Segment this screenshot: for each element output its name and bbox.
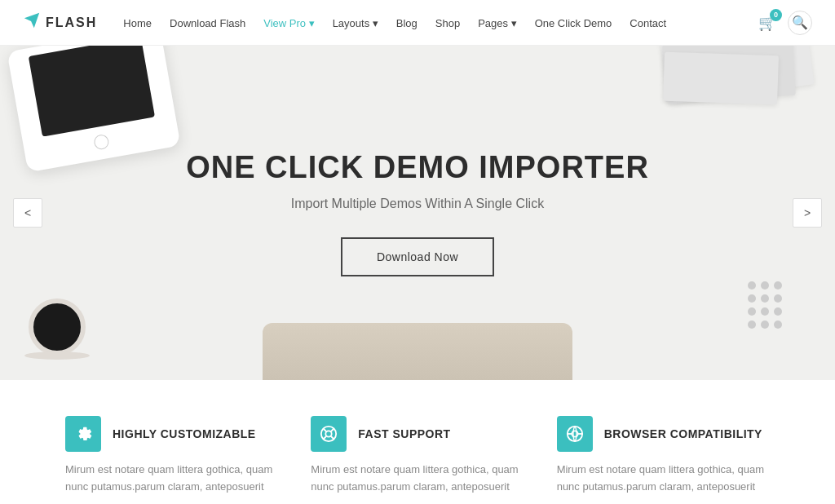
browser-title: BROWSER COMPATIBILITY [604, 427, 762, 440]
svg-point-1 [326, 431, 332, 436]
support-desc: Mirum est notare quam littera gothica, q… [311, 462, 524, 496]
feature-browser: BROWSER COMPATIBILITY Mirum est notare q… [541, 416, 786, 504]
browser-icon-box [557, 416, 593, 452]
hero-download-button[interactable]: Download Now [341, 237, 494, 276]
nav-item-home[interactable]: Home [123, 15, 152, 30]
browser-desc: Mirum est notare quam littera gothica, q… [557, 462, 770, 496]
nav-actions: 🛒 0 🔍 [758, 11, 812, 35]
hero-title: ONE CLICK DEMO IMPORTER [186, 150, 649, 185]
nav-item-layouts[interactable]: Layouts ▾ [333, 15, 378, 30]
svg-line-3 [331, 436, 334, 440]
feature-support-header: FAST SUPPORT [311, 416, 524, 452]
coffee-cup [29, 298, 86, 356]
feature-customizable: HIGHLY CUSTOMIZABLE Mirum est notare qua… [49, 416, 294, 504]
hero-content: ONE CLICK DEMO IMPORTER Import Multiple … [186, 150, 649, 276]
customizable-title: HIGHLY CUSTOMIZABLE [113, 427, 256, 440]
feature-customizable-header: HIGHLY CUSTOMIZABLE [65, 416, 278, 452]
svg-line-5 [324, 436, 327, 440]
feature-support: FAST SUPPORT Mirum est notare quam litte… [294, 416, 540, 504]
nav-item-view-pro[interactable]: View Pro ▾ [263, 15, 314, 30]
nav-menu: Home Download Flash View Pro ▾ Layouts ▾… [123, 15, 758, 30]
beads-decoration [745, 279, 794, 331]
hero-next-button[interactable]: > [793, 198, 822, 228]
chevron-right-icon: > [804, 206, 811, 219]
navbar: FLASH Home Download Flash View Pro ▾ Lay… [0, 0, 835, 46]
hero-subtitle: Import Multiple Demos Within A Single Cl… [186, 197, 649, 211]
nav-item-blog[interactable]: Blog [396, 15, 418, 30]
customizable-icon-box [65, 416, 101, 452]
tablet-screen [29, 46, 155, 137]
logo-text: FLASH [46, 15, 97, 30]
support-icon-box [311, 416, 347, 452]
nav-item-shop[interactable]: Shop [435, 15, 460, 30]
features-section: HIGHLY CUSTOMIZABLE Mirum est notare qua… [0, 380, 835, 504]
tablet-home-button [93, 134, 110, 151]
gear-icon [74, 425, 92, 443]
nav-item-download-flash[interactable]: Download Flash [170, 15, 245, 30]
logo[interactable]: FLASH [23, 11, 97, 34]
lifesaver-icon [320, 425, 338, 443]
svg-line-4 [331, 429, 334, 432]
paper-3 [663, 52, 779, 105]
laptop-decoration [263, 323, 572, 380]
nav-item-contact[interactable]: Contact [630, 15, 666, 30]
nav-item-one-click-demo[interactable]: One Click Demo [535, 15, 612, 30]
nav-item-pages[interactable]: Pages ▾ [478, 15, 516, 30]
papers-decoration [647, 46, 811, 127]
hero-prev-button[interactable]: < [13, 198, 42, 228]
coffee-decoration [24, 282, 98, 356]
customizable-desc: Mirum est notare quam littera gothica, q… [65, 462, 278, 496]
cart-badge: 0 [770, 9, 782, 21]
coffee-saucer [24, 351, 90, 360]
browser-compat-icon [566, 425, 584, 443]
chevron-left-icon: < [24, 206, 31, 219]
hero-section: < ONE CLICK DEMO IMPORTER Import Multipl… [0, 46, 835, 380]
cart-icon[interactable]: 🛒 0 [758, 14, 776, 32]
search-icon[interactable]: 🔍 [788, 11, 812, 35]
svg-line-2 [324, 429, 327, 432]
tablet-decoration [7, 46, 180, 172]
logo-icon [23, 11, 41, 34]
feature-browser-header: BROWSER COMPATIBILITY [557, 416, 770, 452]
support-title: FAST SUPPORT [358, 427, 450, 440]
